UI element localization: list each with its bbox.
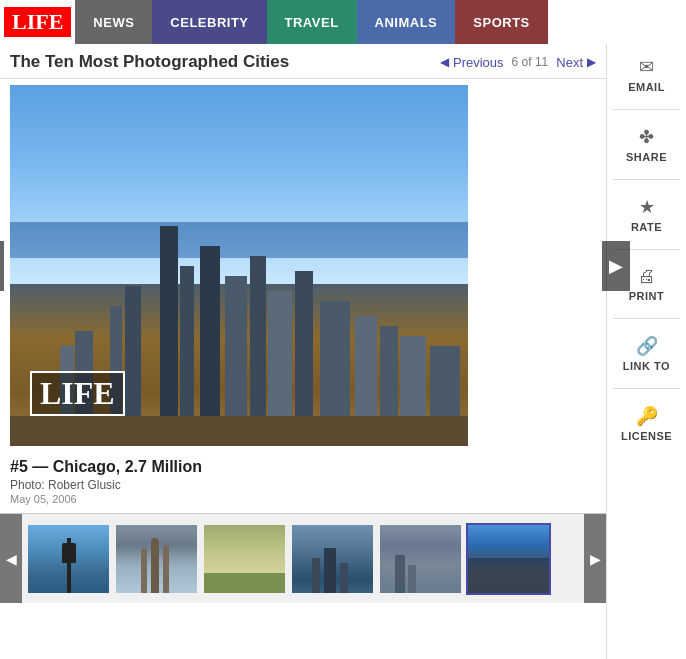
page-count: 6 of 11	[512, 55, 549, 69]
main-image: LIFE	[10, 85, 468, 446]
divider-5	[613, 388, 680, 389]
sidebar: ✉ EMAIL ✤ SHARE ★ RATE 🖨 PRINT 🔗 LINK TO…	[606, 44, 686, 659]
right-chevron-icon: ▶	[587, 55, 596, 69]
divider-1	[613, 109, 680, 110]
thumb-image-3	[204, 525, 285, 593]
left-chevron-icon: ◀	[440, 55, 449, 69]
share-icon: ✤	[639, 126, 654, 148]
previous-button[interactable]: Previous	[453, 55, 504, 70]
print-label: PRINT	[629, 290, 665, 302]
pagination-controls: ◀ Previous 6 of 11 Next ▶	[440, 55, 596, 70]
thumb-image-1	[28, 525, 109, 593]
share-action[interactable]: ✤ SHARE	[613, 122, 680, 167]
nav-item-celebrity[interactable]: CELEBRITY	[152, 0, 266, 44]
print-icon: 🖨	[638, 266, 656, 287]
nav-item-travel[interactable]: TRAVEL	[267, 0, 357, 44]
caption-date: May 05, 2006	[10, 493, 596, 505]
image-prev-button[interactable]: ◀	[0, 241, 4, 291]
nav-item-news[interactable]: NEWS	[75, 0, 152, 44]
license-icon: 🔑	[636, 405, 658, 427]
email-action[interactable]: ✉ EMAIL	[613, 52, 680, 97]
rate-label: RATE	[631, 221, 662, 233]
content-area: The Ten Most Photographed Cities ◀ Previ…	[0, 44, 686, 659]
thumbnail-1[interactable]	[26, 523, 111, 595]
next-button[interactable]: Next	[556, 55, 583, 70]
link-action[interactable]: 🔗 LINK TO	[613, 331, 680, 376]
thumbnail-3[interactable]	[202, 523, 287, 595]
license-action[interactable]: 🔑 LICENSE	[613, 401, 680, 446]
nav-item-sports[interactable]: SPORTS	[455, 0, 547, 44]
title-bar: The Ten Most Photographed Cities ◀ Previ…	[0, 44, 606, 79]
image-caption: #5 — Chicago, 2.7 Million Photo: Robert …	[0, 452, 606, 507]
nav-item-animals[interactable]: ANIMALS	[357, 0, 456, 44]
life-watermark: LIFE	[30, 371, 125, 416]
caption-photo-credit: Photo: Robert Glusic	[10, 478, 596, 492]
thumb-prev-button[interactable]: ◀	[0, 514, 22, 604]
image-next-button[interactable]: ▶	[602, 241, 630, 291]
image-container: ◀	[10, 85, 596, 446]
thumbnail-list	[22, 519, 584, 599]
thumb-image-2	[116, 525, 197, 593]
rate-icon: ★	[639, 196, 655, 218]
thumbnail-2[interactable]	[114, 523, 199, 595]
thumb-next-button[interactable]: ▶	[584, 514, 606, 604]
divider-2	[613, 179, 680, 180]
nav-bar: NEWS CELEBRITY TRAVEL ANIMALS SPORTS	[75, 0, 686, 44]
caption-title: #5 — Chicago, 2.7 Million	[10, 458, 596, 476]
thumb-image-5	[380, 525, 461, 593]
link-icon: 🔗	[636, 335, 658, 357]
main-content: The Ten Most Photographed Cities ◀ Previ…	[0, 44, 606, 659]
divider-4	[613, 318, 680, 319]
page-title: The Ten Most Photographed Cities	[10, 52, 289, 72]
license-label: LICENSE	[621, 430, 672, 442]
thumbnail-4[interactable]	[290, 523, 375, 595]
life-logo[interactable]: LIFE	[4, 7, 71, 37]
rate-action[interactable]: ★ RATE	[613, 192, 680, 237]
thumbnail-6[interactable]	[466, 523, 551, 595]
email-label: EMAIL	[628, 81, 665, 93]
thumb-image-6	[468, 525, 549, 593]
thumb-image-4	[292, 525, 373, 593]
header: LIFE NEWS CELEBRITY TRAVEL ANIMALS SPORT…	[0, 0, 686, 44]
thumbnail-strip: ◀	[0, 513, 606, 603]
email-icon: ✉	[639, 56, 654, 78]
thumbnail-5[interactable]	[378, 523, 463, 595]
link-label: LINK TO	[623, 360, 670, 372]
share-label: SHARE	[626, 151, 667, 163]
